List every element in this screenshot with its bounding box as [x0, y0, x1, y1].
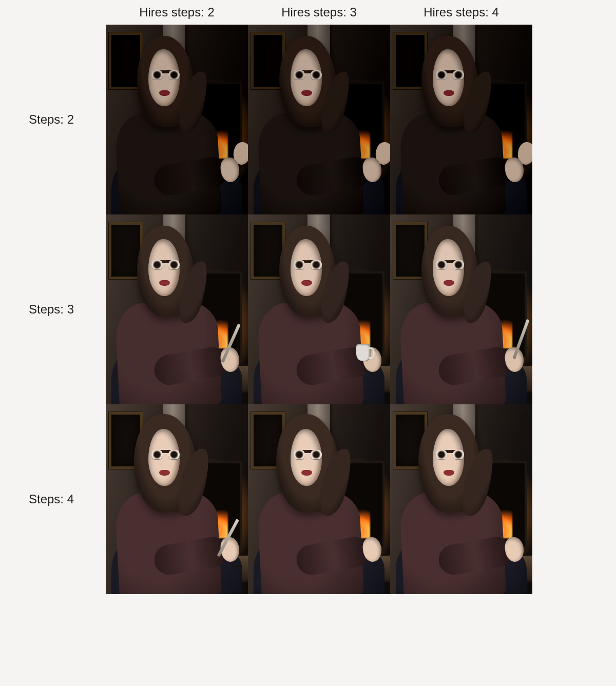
portrait-scene [248, 404, 390, 594]
figure [390, 404, 532, 594]
figure [106, 25, 248, 214]
grid-cell-r3c3 [390, 404, 532, 594]
figure [248, 25, 390, 214]
eyes [436, 450, 464, 460]
portrait-scene [248, 214, 390, 404]
col-header-3: Hires steps: 4 [390, 0, 532, 25]
portrait-scene [106, 25, 248, 214]
grid-cell-r1c2 [248, 25, 390, 214]
eyes [151, 260, 180, 270]
grid-cell-r3c2 [248, 404, 390, 594]
portrait-scene [106, 404, 248, 594]
grid-cell-r2c1 [106, 214, 248, 404]
col-header-2: Hires steps: 3 [248, 0, 390, 25]
teacup-icon [356, 344, 371, 361]
eyes [294, 450, 322, 460]
figure [248, 214, 390, 404]
portrait-scene [390, 25, 532, 214]
grid-cell-r2c2 [248, 214, 390, 404]
figure [390, 214, 532, 404]
eyes [151, 450, 180, 460]
portrait-scene [248, 25, 390, 214]
portrait-scene [106, 214, 248, 404]
grid-cell-r3c1 [106, 404, 248, 594]
eyes [436, 260, 464, 270]
grid-corner [0, 0, 106, 25]
eyes [294, 260, 322, 270]
row-header-2: Steps: 3 [0, 214, 106, 404]
grid-cell-r1c1 [106, 25, 248, 214]
figure [106, 404, 248, 594]
col-header-1: Hires steps: 2 [106, 0, 248, 25]
grid-cell-r1c3 [390, 25, 532, 214]
xy-grid: Hires steps: 2 Hires steps: 3 Hires step… [0, 0, 532, 594]
eyes [294, 70, 322, 80]
row-header-1: Steps: 2 [0, 25, 106, 214]
row-header-3: Steps: 4 [0, 404, 106, 594]
figure [390, 25, 532, 214]
figure [106, 214, 248, 404]
portrait-scene [390, 404, 532, 594]
figure [248, 404, 390, 594]
eyes [436, 70, 464, 80]
portrait-scene [390, 214, 532, 404]
grid-cell-r2c3 [390, 214, 532, 404]
eyes [151, 70, 180, 80]
